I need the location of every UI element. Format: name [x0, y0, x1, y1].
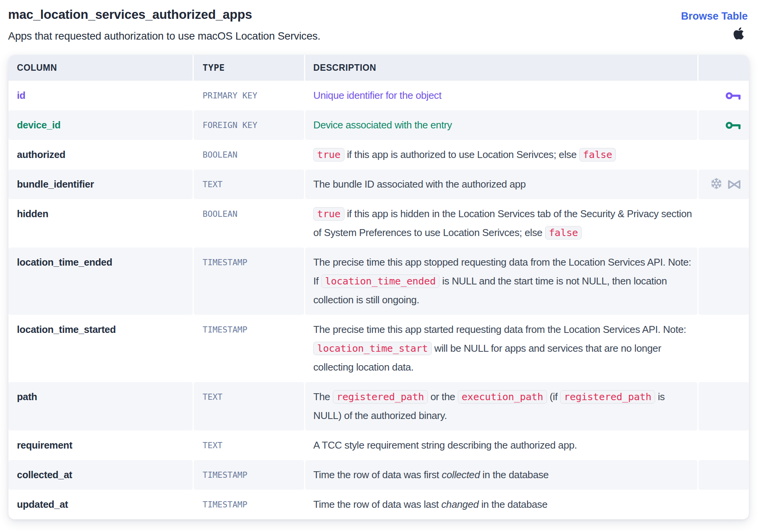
- type-cell: TIMESTAMP: [194, 248, 304, 315]
- column-name-cell: bundle_identifier: [8, 170, 193, 199]
- code-token: false: [545, 226, 582, 239]
- row-icons-cell: [698, 490, 749, 519]
- apple-icon: [733, 27, 744, 40]
- description-cell: Time the row of data was first collected…: [305, 460, 697, 490]
- code-token: true: [313, 207, 344, 221]
- table-row: location_time_endedTIMESTAMPThe precise …: [8, 248, 749, 315]
- row-icons-cell: [698, 199, 749, 248]
- header-cell-column: COLUMN: [8, 55, 193, 81]
- row-icons-cell: [698, 110, 749, 140]
- row-icons-cell: [698, 81, 749, 110]
- column-name-cell: collected_at: [8, 460, 193, 490]
- description-cell: true if this app is authorized to use Lo…: [305, 140, 697, 170]
- description-cell: The precise time this app started reques…: [305, 315, 697, 382]
- column-header-description: DESCRIPTION: [313, 58, 376, 77]
- type-cell: TIMESTAMP: [194, 490, 304, 519]
- column-name-cell: updated_at: [8, 490, 193, 519]
- description-cell: The registered_path or the execution_pat…: [305, 382, 697, 431]
- row-icons-cell: [698, 315, 749, 382]
- description-cell: The bundle ID associated with the author…: [305, 170, 697, 199]
- table-row: pathTEXTThe registered_path or the execu…: [8, 382, 749, 431]
- type-cell: TIMESTAMP: [194, 460, 304, 490]
- type-cell: TEXT: [194, 431, 304, 460]
- table-header-row: COLUMN TYPE DESCRIPTION: [8, 55, 749, 81]
- table-row: location_time_startedTIMESTAMPThe precis…: [8, 315, 749, 382]
- table-row: device_idFOREIGN KEYDevice associated wi…: [8, 110, 749, 140]
- description-cell: true if this app is hidden in the Locati…: [305, 199, 697, 248]
- table-body: idPRIMARY KEYUnique identifier for the o…: [8, 81, 749, 519]
- column-name-cell: requirement: [8, 431, 193, 460]
- type-cell: FOREIGN KEY: [194, 110, 304, 140]
- code-token: false: [579, 148, 616, 161]
- column-name-cell: location_time_started: [8, 315, 193, 382]
- row-icons-cell: [698, 460, 749, 490]
- primary-key-icon: [725, 91, 741, 100]
- column-name-cell: authorized: [8, 140, 193, 170]
- table-row: requirementTEXTA TCC style requirement s…: [8, 431, 749, 460]
- code-token: location_time_ended: [321, 274, 440, 288]
- column-name-cell: location_time_ended: [8, 248, 193, 315]
- table-row: collected_atTIMESTAMPTime the row of dat…: [8, 460, 749, 490]
- schema-page: mac_location_services_authorized_apps Ap…: [0, 0, 765, 532]
- type-cell: BOOLEAN: [194, 199, 304, 248]
- type-cell: TEXT: [194, 382, 304, 431]
- column-header-type: TYPE: [203, 58, 225, 77]
- description-cell: The precise time this app stopped reques…: [305, 248, 697, 315]
- code-token: registered_path: [333, 390, 428, 404]
- table-description: Apps that requested authorization to use…: [8, 30, 320, 43]
- row-icons-cell: [698, 382, 749, 431]
- foreign-key-icon: [725, 121, 741, 130]
- description-cell: Time the row of data was last changed in…: [305, 490, 697, 519]
- type-cell: TIMESTAMP: [194, 315, 304, 382]
- code-token: registered_path: [560, 390, 655, 404]
- page-title: mac_location_services_authorized_apps: [8, 7, 252, 22]
- table-row: updated_atTIMESTAMPTime the row of data …: [8, 490, 749, 519]
- browse-table-link[interactable]: Browse Table: [681, 10, 748, 23]
- description-cell: A TCC style requirement string describin…: [305, 431, 697, 460]
- row-icons-cell: [698, 248, 749, 315]
- header-cell-description: DESCRIPTION: [305, 55, 697, 81]
- column-name-cell: device_id: [8, 110, 193, 140]
- snowflake-icon: [711, 178, 722, 191]
- code-token: location_time_start: [313, 342, 432, 355]
- column-name-cell: hidden: [8, 199, 193, 248]
- type-cell: BOOLEAN: [194, 140, 304, 170]
- code-token: true: [313, 148, 344, 161]
- table-row: idPRIMARY KEYUnique identifier for the o…: [8, 81, 749, 110]
- column-name-cell: id: [8, 81, 193, 110]
- emphasized-text: changed: [441, 499, 479, 510]
- row-icons-cell: [698, 170, 749, 199]
- column-name-cell: path: [8, 382, 193, 431]
- table-row: authorizedBOOLEANtrue if this app is aut…: [8, 140, 749, 170]
- row-icons-cell: [698, 140, 749, 170]
- table-row: bundle_identifierTEXTThe bundle ID assoc…: [8, 170, 749, 199]
- emphasized-text: collected: [442, 469, 480, 480]
- schema-table: COLUMN TYPE DESCRIPTION idPRIMARY KEYUni…: [8, 55, 749, 519]
- header-cell-icons: [698, 55, 749, 81]
- header-cell-type: TYPE: [194, 55, 304, 81]
- type-cell: TEXT: [194, 170, 304, 199]
- type-cell: PRIMARY KEY: [194, 81, 304, 110]
- code-token: execution_path: [458, 390, 547, 404]
- bowtie-icon: [728, 179, 741, 190]
- description-cell: Unique identifier for the object: [305, 81, 697, 110]
- description-cell: Device associated with the entry: [305, 110, 697, 140]
- table-row: hiddenBOOLEANtrue if this app is hidden …: [8, 199, 749, 248]
- row-icons-cell: [698, 431, 749, 460]
- column-header-column: COLUMN: [17, 58, 57, 77]
